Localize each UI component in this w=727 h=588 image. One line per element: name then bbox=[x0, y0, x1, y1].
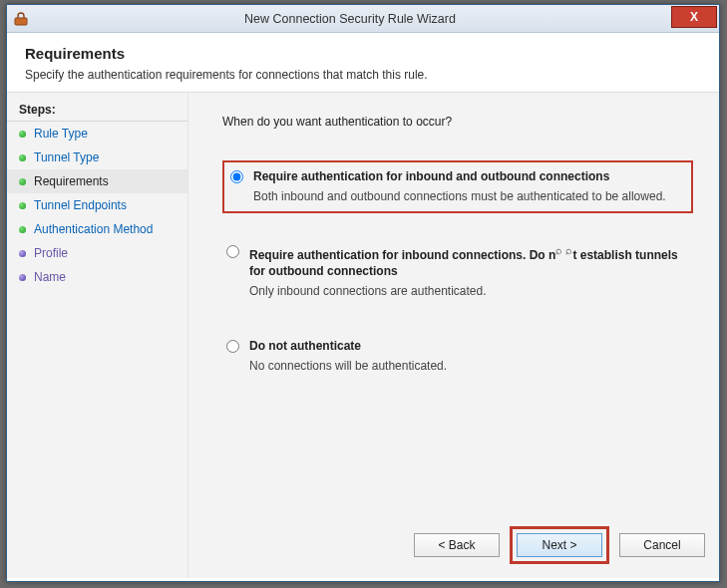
magnify-icon: ⌕ ⌕ bbox=[555, 244, 572, 256]
option-text: Require authentication for inbound conne… bbox=[249, 243, 687, 300]
header-region: Requirements Specify the authentication … bbox=[7, 33, 719, 92]
radio-no-auth[interactable] bbox=[226, 340, 239, 353]
app-icon bbox=[13, 11, 29, 27]
window-title: New Connection Security Rule Wizard bbox=[29, 12, 671, 26]
option-require-inbound[interactable]: Require authentication for inbound conne… bbox=[222, 239, 693, 304]
option-title: Do not authenticate bbox=[249, 338, 687, 354]
step-label: Requirements bbox=[34, 174, 109, 188]
titlebar: New Connection Security Rule Wizard X bbox=[7, 5, 719, 33]
back-button[interactable]: < Back bbox=[414, 533, 500, 557]
option-no-auth[interactable]: Do not authenticate No connections will … bbox=[222, 334, 693, 379]
next-highlight: Next > bbox=[510, 526, 609, 564]
close-button[interactable]: X bbox=[671, 6, 717, 28]
bullet-icon bbox=[19, 274, 26, 281]
steps-panel: Steps: Rule Type Tunnel Type Requirement… bbox=[7, 93, 188, 578]
page-title: Requirements bbox=[25, 45, 701, 62]
cancel-button[interactable]: Cancel bbox=[619, 533, 705, 557]
step-label: Profile bbox=[34, 246, 68, 260]
step-label: Tunnel Endpoints bbox=[34, 198, 127, 212]
bullet-icon bbox=[19, 250, 26, 257]
question-label: When do you want authentication to occur… bbox=[222, 115, 693, 129]
content-panel: When do you want authentication to occur… bbox=[188, 93, 719, 578]
wizard-window: New Connection Security Rule Wizard X Re… bbox=[6, 4, 720, 582]
bullet-icon bbox=[19, 226, 26, 233]
option-text: Require authentication for inbound and o… bbox=[253, 168, 685, 205]
steps-header: Steps: bbox=[7, 99, 187, 122]
bullet-icon bbox=[19, 202, 26, 209]
step-profile[interactable]: Profile bbox=[7, 241, 187, 265]
option-desc: Both inbound and outbound connections mu… bbox=[253, 188, 685, 205]
page-subtitle: Specify the authentication requirements … bbox=[25, 68, 701, 82]
option-title: Require authentication for inbound conne… bbox=[249, 243, 687, 279]
step-label: Authentication Method bbox=[34, 222, 153, 236]
bullet-icon bbox=[19, 178, 26, 185]
radio-require-inbound[interactable] bbox=[226, 245, 239, 258]
option-desc: Only inbound connections are authenticat… bbox=[249, 283, 687, 300]
step-rule-type[interactable]: Rule Type bbox=[7, 122, 187, 146]
option-text: Do not authenticate No connections will … bbox=[249, 338, 687, 375]
step-name[interactable]: Name bbox=[7, 265, 187, 289]
button-bar: < Back Next > Cancel bbox=[414, 526, 705, 564]
step-tunnel-type[interactable]: Tunnel Type bbox=[7, 146, 187, 169]
step-label: Tunnel Type bbox=[34, 150, 99, 164]
body-region: Steps: Rule Type Tunnel Type Requirement… bbox=[7, 92, 719, 578]
step-tunnel-endpoints[interactable]: Tunnel Endpoints bbox=[7, 193, 187, 217]
next-button[interactable]: Next > bbox=[517, 533, 602, 557]
step-requirements[interactable]: Requirements bbox=[7, 169, 187, 193]
close-icon: X bbox=[690, 10, 698, 24]
option-desc: No connections will be authenticated. bbox=[249, 358, 687, 375]
svg-rect-0 bbox=[15, 18, 27, 25]
bullet-icon bbox=[19, 131, 26, 138]
option-require-both[interactable]: Require authentication for inbound and o… bbox=[222, 160, 693, 213]
radio-require-both[interactable] bbox=[230, 170, 243, 183]
step-label: Rule Type bbox=[34, 127, 88, 141]
option-title: Require authentication for inbound and o… bbox=[253, 168, 685, 184]
bullet-icon bbox=[19, 154, 26, 161]
step-auth-method[interactable]: Authentication Method bbox=[7, 217, 187, 241]
step-label: Name bbox=[34, 270, 66, 284]
